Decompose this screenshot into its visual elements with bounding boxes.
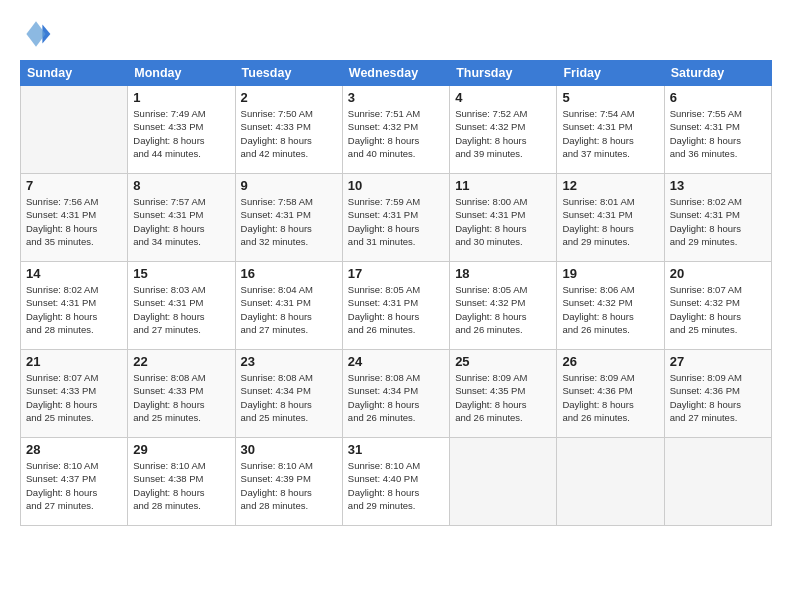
day-cell [557, 438, 664, 526]
day-cell: 21Sunrise: 8:07 AM Sunset: 4:33 PM Dayli… [21, 350, 128, 438]
day-cell: 18Sunrise: 8:05 AM Sunset: 4:32 PM Dayli… [450, 262, 557, 350]
week-row-4: 21Sunrise: 8:07 AM Sunset: 4:33 PM Dayli… [21, 350, 772, 438]
day-info: Sunrise: 7:55 AM Sunset: 4:31 PM Dayligh… [670, 107, 766, 160]
day-number: 16 [241, 266, 337, 281]
day-cell: 15Sunrise: 8:03 AM Sunset: 4:31 PM Dayli… [128, 262, 235, 350]
day-number: 12 [562, 178, 658, 193]
day-cell: 4Sunrise: 7:52 AM Sunset: 4:32 PM Daylig… [450, 86, 557, 174]
day-info: Sunrise: 8:10 AM Sunset: 4:38 PM Dayligh… [133, 459, 229, 512]
column-header-wednesday: Wednesday [342, 61, 449, 86]
day-info: Sunrise: 7:56 AM Sunset: 4:31 PM Dayligh… [26, 195, 122, 248]
column-header-tuesday: Tuesday [235, 61, 342, 86]
day-cell: 26Sunrise: 8:09 AM Sunset: 4:36 PM Dayli… [557, 350, 664, 438]
day-number: 7 [26, 178, 122, 193]
day-number: 24 [348, 354, 444, 369]
day-cell: 17Sunrise: 8:05 AM Sunset: 4:31 PM Dayli… [342, 262, 449, 350]
day-info: Sunrise: 8:02 AM Sunset: 4:31 PM Dayligh… [670, 195, 766, 248]
day-number: 4 [455, 90, 551, 105]
day-number: 31 [348, 442, 444, 457]
day-number: 21 [26, 354, 122, 369]
day-number: 13 [670, 178, 766, 193]
day-info: Sunrise: 8:08 AM Sunset: 4:33 PM Dayligh… [133, 371, 229, 424]
day-cell: 19Sunrise: 8:06 AM Sunset: 4:32 PM Dayli… [557, 262, 664, 350]
day-number: 19 [562, 266, 658, 281]
day-cell: 27Sunrise: 8:09 AM Sunset: 4:36 PM Dayli… [664, 350, 771, 438]
day-number: 5 [562, 90, 658, 105]
day-info: Sunrise: 8:09 AM Sunset: 4:35 PM Dayligh… [455, 371, 551, 424]
day-info: Sunrise: 8:09 AM Sunset: 4:36 PM Dayligh… [670, 371, 766, 424]
day-number: 25 [455, 354, 551, 369]
day-info: Sunrise: 7:54 AM Sunset: 4:31 PM Dayligh… [562, 107, 658, 160]
column-header-thursday: Thursday [450, 61, 557, 86]
header-row: SundayMondayTuesdayWednesdayThursdayFrid… [21, 61, 772, 86]
day-number: 18 [455, 266, 551, 281]
day-number: 30 [241, 442, 337, 457]
day-cell: 5Sunrise: 7:54 AM Sunset: 4:31 PM Daylig… [557, 86, 664, 174]
day-info: Sunrise: 8:10 AM Sunset: 4:39 PM Dayligh… [241, 459, 337, 512]
day-number: 6 [670, 90, 766, 105]
week-row-5: 28Sunrise: 8:10 AM Sunset: 4:37 PM Dayli… [21, 438, 772, 526]
day-cell: 29Sunrise: 8:10 AM Sunset: 4:38 PM Dayli… [128, 438, 235, 526]
day-cell: 16Sunrise: 8:04 AM Sunset: 4:31 PM Dayli… [235, 262, 342, 350]
day-number: 26 [562, 354, 658, 369]
day-number: 15 [133, 266, 229, 281]
day-info: Sunrise: 7:49 AM Sunset: 4:33 PM Dayligh… [133, 107, 229, 160]
day-number: 28 [26, 442, 122, 457]
column-header-monday: Monday [128, 61, 235, 86]
day-info: Sunrise: 8:09 AM Sunset: 4:36 PM Dayligh… [562, 371, 658, 424]
day-cell: 12Sunrise: 8:01 AM Sunset: 4:31 PM Dayli… [557, 174, 664, 262]
day-info: Sunrise: 8:04 AM Sunset: 4:31 PM Dayligh… [241, 283, 337, 336]
day-info: Sunrise: 8:05 AM Sunset: 4:31 PM Dayligh… [348, 283, 444, 336]
day-number: 3 [348, 90, 444, 105]
day-number: 2 [241, 90, 337, 105]
day-number: 8 [133, 178, 229, 193]
day-cell: 8Sunrise: 7:57 AM Sunset: 4:31 PM Daylig… [128, 174, 235, 262]
day-cell: 2Sunrise: 7:50 AM Sunset: 4:33 PM Daylig… [235, 86, 342, 174]
day-info: Sunrise: 8:07 AM Sunset: 4:33 PM Dayligh… [26, 371, 122, 424]
day-cell: 31Sunrise: 8:10 AM Sunset: 4:40 PM Dayli… [342, 438, 449, 526]
day-info: Sunrise: 7:57 AM Sunset: 4:31 PM Dayligh… [133, 195, 229, 248]
day-number: 14 [26, 266, 122, 281]
day-number: 22 [133, 354, 229, 369]
week-row-3: 14Sunrise: 8:02 AM Sunset: 4:31 PM Dayli… [21, 262, 772, 350]
day-number: 20 [670, 266, 766, 281]
day-cell: 14Sunrise: 8:02 AM Sunset: 4:31 PM Dayli… [21, 262, 128, 350]
day-number: 29 [133, 442, 229, 457]
day-info: Sunrise: 8:01 AM Sunset: 4:31 PM Dayligh… [562, 195, 658, 248]
day-cell: 10Sunrise: 7:59 AM Sunset: 4:31 PM Dayli… [342, 174, 449, 262]
day-number: 17 [348, 266, 444, 281]
day-number: 9 [241, 178, 337, 193]
day-number: 1 [133, 90, 229, 105]
day-info: Sunrise: 7:58 AM Sunset: 4:31 PM Dayligh… [241, 195, 337, 248]
day-info: Sunrise: 8:10 AM Sunset: 4:37 PM Dayligh… [26, 459, 122, 512]
day-cell: 1Sunrise: 7:49 AM Sunset: 4:33 PM Daylig… [128, 86, 235, 174]
day-info: Sunrise: 7:50 AM Sunset: 4:33 PM Dayligh… [241, 107, 337, 160]
week-row-1: 1Sunrise: 7:49 AM Sunset: 4:33 PM Daylig… [21, 86, 772, 174]
day-info: Sunrise: 7:51 AM Sunset: 4:32 PM Dayligh… [348, 107, 444, 160]
day-info: Sunrise: 8:05 AM Sunset: 4:32 PM Dayligh… [455, 283, 551, 336]
day-cell: 24Sunrise: 8:08 AM Sunset: 4:34 PM Dayli… [342, 350, 449, 438]
day-cell: 30Sunrise: 8:10 AM Sunset: 4:39 PM Dayli… [235, 438, 342, 526]
column-header-friday: Friday [557, 61, 664, 86]
calendar-table: SundayMondayTuesdayWednesdayThursdayFrid… [20, 60, 772, 526]
day-info: Sunrise: 8:03 AM Sunset: 4:31 PM Dayligh… [133, 283, 229, 336]
day-number: 10 [348, 178, 444, 193]
day-info: Sunrise: 8:02 AM Sunset: 4:31 PM Dayligh… [26, 283, 122, 336]
day-info: Sunrise: 8:08 AM Sunset: 4:34 PM Dayligh… [348, 371, 444, 424]
day-cell: 22Sunrise: 8:08 AM Sunset: 4:33 PM Dayli… [128, 350, 235, 438]
day-number: 11 [455, 178, 551, 193]
day-cell: 6Sunrise: 7:55 AM Sunset: 4:31 PM Daylig… [664, 86, 771, 174]
day-cell: 3Sunrise: 7:51 AM Sunset: 4:32 PM Daylig… [342, 86, 449, 174]
day-cell: 25Sunrise: 8:09 AM Sunset: 4:35 PM Dayli… [450, 350, 557, 438]
day-info: Sunrise: 7:59 AM Sunset: 4:31 PM Dayligh… [348, 195, 444, 248]
day-cell: 20Sunrise: 8:07 AM Sunset: 4:32 PM Dayli… [664, 262, 771, 350]
logo [20, 18, 56, 50]
day-cell: 11Sunrise: 8:00 AM Sunset: 4:31 PM Dayli… [450, 174, 557, 262]
day-cell: 23Sunrise: 8:08 AM Sunset: 4:34 PM Dayli… [235, 350, 342, 438]
day-cell [21, 86, 128, 174]
day-cell: 13Sunrise: 8:02 AM Sunset: 4:31 PM Dayli… [664, 174, 771, 262]
day-number: 27 [670, 354, 766, 369]
column-header-saturday: Saturday [664, 61, 771, 86]
page: SundayMondayTuesdayWednesdayThursdayFrid… [0, 0, 792, 612]
day-cell [664, 438, 771, 526]
